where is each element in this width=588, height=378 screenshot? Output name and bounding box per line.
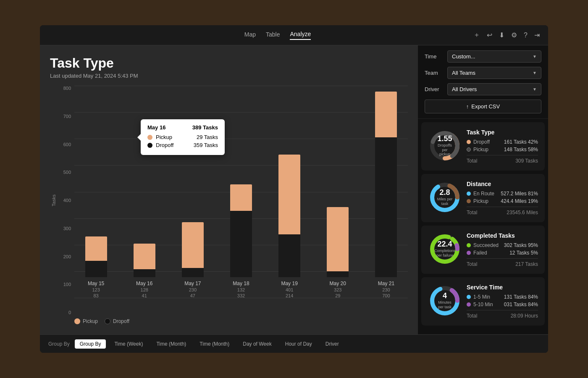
stacked-bar[interactable] [134,244,155,277]
driver-value: All Drivers [452,86,477,92]
bar-dropoff-sublabel: 401 [286,287,293,292]
right-sidebar: Time Custom... ▼ Team All Teams ▼ Driver [418,45,548,334]
stacked-bar[interactable] [182,222,204,277]
time-control-row: Time Custom... ▼ [425,50,541,63]
plus-icon[interactable]: ＋ [473,31,480,39]
stacked-bar[interactable] [85,236,107,277]
team-value: All Teams [452,70,475,76]
bar-group[interactable]: May 2032329 [316,207,360,298]
tab-analyze[interactable]: Analyze [290,31,311,40]
tasktype-pickup-row: Pickup 148 Tasks 58% [467,147,538,152]
completed-failed-value: 12 Tasks 5% [509,250,538,256]
distance-pickup-dot [467,199,471,203]
group-by-btn-time-month-2[interactable]: Time (Month) [194,339,234,349]
distance-enroute-value: 527.2 Miles 81% [501,191,538,197]
export-label: Export CSV [471,103,500,110]
bar-segment-dropoff [230,184,252,211]
tasktype-donut: 1.55 Dropoffs perpickup [428,129,462,163]
group-by-btn-time-month-1[interactable]: Time (Month) [151,339,191,349]
driver-control-row: Driver All Drivers ▼ [425,83,541,95]
stat-card-tasktype: 1.55 Dropoffs perpickup Task Type Dropof… [421,122,545,171]
stacked-bar[interactable] [327,207,349,277]
stacked-bar[interactable] [278,155,300,277]
bar-pickup-sublabel: 83 [93,293,98,298]
bar-date-label: May 19 [281,281,297,286]
bar-segment-dropoff [278,155,300,234]
tooltip-total: 389 Tasks [192,124,218,131]
distance-total: Total 23545.6 Miles [467,207,538,215]
driver-label: Driver [425,86,447,92]
driver-select[interactable]: All Drivers ▼ [447,83,541,95]
group-by-btn-day-of-week[interactable]: Day of Week [238,339,276,349]
bar-segment-pickup [278,234,300,277]
bar-group[interactable]: May 21230700 [365,92,408,298]
undo-icon[interactable]: ↩ [487,31,492,39]
bar-group[interactable]: May 1612841 [123,244,166,298]
bar-group[interactable]: May 18132332 [219,184,262,298]
bar-segment-dropoff [375,92,397,137]
completed-failed-name: Failed [473,250,507,256]
service-5-10-dot [467,302,471,307]
group-by-btn-default[interactable]: Group By [75,339,106,349]
time-value: Custom... [452,53,475,60]
completed-succeeded-row: Succeeded 302 Tasks 95% [467,242,538,248]
distance-enroute-row: En Route 527.2 Miles 81% [467,191,538,197]
service-5-10-name: 5-10 Min [473,302,501,307]
bar-dropoff-sublabel: 132 [237,287,245,292]
completed-succeeded-name: Succeeded [473,242,501,248]
distance-total-label: Total [467,210,477,215]
tasktype-dropoff-dot [467,140,471,144]
chart-subtitle: Last updated May 21, 2024 5:43 PM [50,73,408,79]
bar-dropoff-sublabel: 323 [334,287,341,292]
tab-table[interactable]: Table [266,31,280,39]
group-by-btn-hour-of-day[interactable]: Hour of Day [280,339,317,349]
distance-total-value: 23545.6 Miles [507,210,538,215]
legend-item-dropoff: Dropoff [105,318,129,324]
completed-total-label: Total [467,261,477,267]
tooltip-pickup-name: Pickup [156,134,193,140]
stat-card-service: 4 Minutesper task Service Time 1-5 Min 1… [421,277,545,326]
settings-icon[interactable]: ⚙ [511,31,517,39]
group-by-btn-driver[interactable]: Driver [320,339,344,349]
distance-pickup-value: 424.4 Miles 19% [501,198,538,204]
bar-group[interactable]: May 19401214 [268,155,311,298]
tasktype-total-value: 309 Tasks [515,158,538,164]
help-icon[interactable]: ? [524,32,528,39]
time-select[interactable]: Custom... ▼ [447,50,541,63]
service-total-label: Total [467,313,477,319]
distance-info: Distance En Route 527.2 Miles 81% Pickup… [467,181,538,215]
service-1-5-value: 131 Tasks 84% [504,294,538,300]
bar-dropoff-sublabel: 230 [382,287,390,292]
logout-icon[interactable]: ⇥ [534,31,540,39]
legend-pickup-label: Pickup [83,318,98,324]
completed-total: Total 217 Tasks [467,258,538,267]
stat-card-distance: 2.8 Miles pertask Distance En Route 527.… [421,174,545,222]
team-control-row: Team All Teams ▼ [425,67,541,79]
legend-dropoff-dot [105,318,110,324]
service-info: Service Time 1-5 Min 131 Tasks 84% 5-10 … [467,284,538,319]
bar-group[interactable]: May 1512383 [74,236,118,298]
time-label: Time [425,53,447,60]
bar-pickup-sublabel: 41 [142,293,147,298]
completed-succeeded-dot [467,243,471,247]
service-donut: 4 Minutesper task [428,284,462,318]
bar-segment-dropoff [182,222,204,268]
svg-point-7 [432,236,457,262]
stacked-bar[interactable] [230,184,252,277]
service-1-5-dot [467,295,471,299]
completed-failed-dot [467,251,471,255]
bar-pickup-sublabel: 214 [286,293,293,298]
download-icon[interactable]: ⬇ [499,31,504,39]
stacked-bar[interactable] [375,92,397,277]
tooltip-row-pickup: Pickup 29 Tasks [147,134,218,140]
driver-select-arrow: ▼ [533,87,537,92]
group-by-btn-time-week[interactable]: Time (Week) [109,339,148,349]
tab-map[interactable]: Map [244,31,256,39]
service-total-value: 28:09 Hours [511,313,538,319]
team-select[interactable]: All Teams ▼ [447,67,541,79]
export-csv-button[interactable]: ↑ Export CSV [425,100,541,113]
bar-segment-pickup [134,269,155,277]
bar-group[interactable]: May 1723047 [171,222,214,298]
bar-segment-dropoff [134,244,155,269]
legend-dropoff-label: Dropoff [113,318,129,324]
